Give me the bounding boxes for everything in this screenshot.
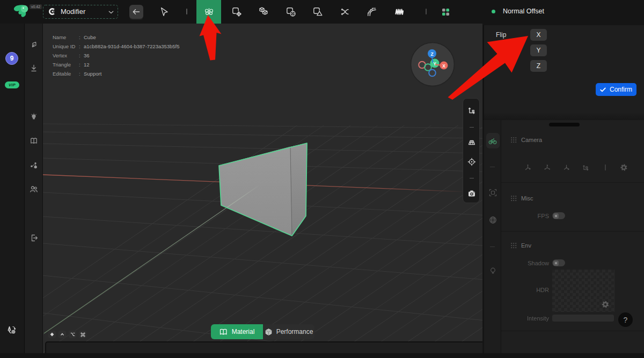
svg-text:Y: Y — [433, 61, 436, 66]
svg-text:X: X — [442, 63, 445, 69]
svg-text:Z: Z — [430, 51, 433, 57]
